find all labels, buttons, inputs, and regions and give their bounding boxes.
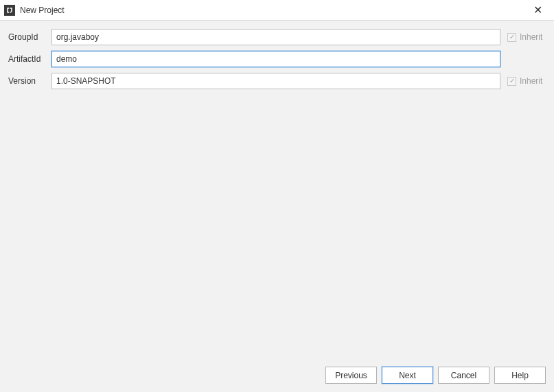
- groupid-inherit-cell: Inherit: [500, 32, 547, 42]
- artifactid-label: ArtifactId: [7, 54, 51, 64]
- previous-button[interactable]: Previous: [325, 367, 377, 384]
- version-inherit-checkbox: [507, 77, 516, 86]
- groupid-input[interactable]: [51, 29, 500, 45]
- version-label: Version: [7, 76, 51, 86]
- version-inherit-label: Inherit: [520, 76, 542, 86]
- version-input[interactable]: [51, 73, 500, 89]
- cancel-button[interactable]: Cancel: [438, 367, 489, 384]
- help-button[interactable]: Help: [494, 367, 546, 384]
- version-row: Version Inherit: [7, 73, 547, 89]
- app-icon: [4, 5, 15, 16]
- titlebar: New Project ✕: [0, 0, 554, 21]
- groupid-inherit-label: Inherit: [520, 32, 542, 42]
- close-button[interactable]: ✕: [527, 1, 549, 20]
- artifactid-input[interactable]: [51, 51, 500, 67]
- svg-rect-0: [5, 6, 14, 14]
- version-inherit-cell: Inherit: [500, 76, 547, 86]
- window-title: New Project: [20, 5, 527, 15]
- button-bar: Previous Next Cancel Help: [0, 360, 554, 392]
- artifactid-row: ArtifactId: [7, 51, 547, 67]
- groupid-inherit-checkbox: [507, 33, 516, 42]
- next-button[interactable]: Next: [382, 367, 433, 384]
- groupid-label: GroupId: [7, 32, 51, 42]
- form-content: GroupId Inherit ArtifactId Version Inher…: [0, 21, 554, 360]
- groupid-row: GroupId Inherit: [7, 29, 547, 45]
